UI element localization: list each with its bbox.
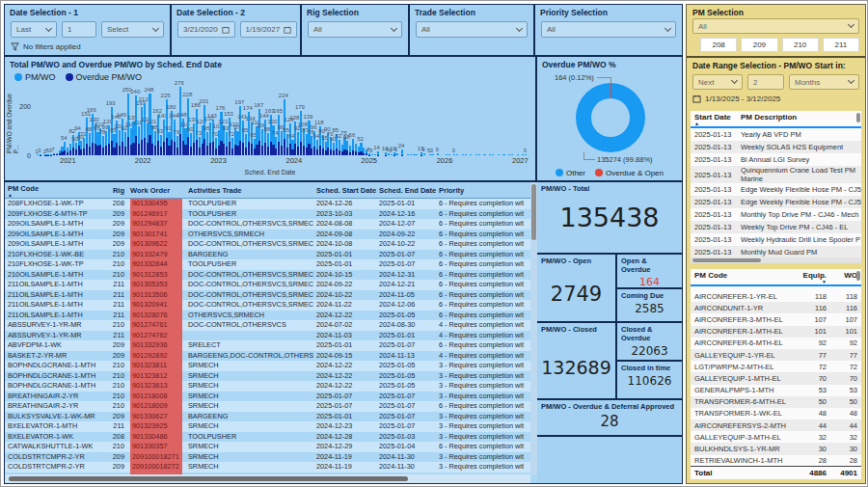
- bar-overdue[interactable]: [83, 149, 85, 155]
- list-item[interactable]: 2025-01-13Quinquennium Crane Load Test P…: [691, 166, 861, 183]
- bar-overdue[interactable]: [102, 148, 104, 155]
- bar[interactable]: [525, 154, 527, 155]
- bar[interactable]: [407, 154, 409, 155]
- donut-legend-overdue-open[interactable]: Overdue & Open: [595, 169, 664, 177]
- list-item[interactable]: GALLEYEQUIP-1-YR-EL7777: [691, 349, 861, 361]
- list-item[interactable]: TRANSFORMER-1-WK-EL4848: [691, 408, 861, 419]
- bar-overdue[interactable]: [294, 144, 296, 155]
- bar-overdue[interactable]: [363, 153, 365, 155]
- bar-overdue[interactable]: [206, 146, 208, 155]
- bar-overdue[interactable]: [322, 149, 324, 155]
- bar-overdue[interactable]: [291, 149, 293, 155]
- bar-overdue[interactable]: [144, 138, 146, 155]
- bar[interactable]: [511, 154, 513, 155]
- table-row[interactable]: 209OILSAMPLE-1-MTH209901301741OTHERSVCS,…: [5, 230, 537, 240]
- bar-overdue[interactable]: [343, 149, 345, 155]
- bar-overdue[interactable]: [138, 144, 140, 155]
- list-item[interactable]: AIRCONREFERSYS-2-MTH4444: [691, 419, 861, 431]
- bar[interactable]: [483, 154, 485, 155]
- bar-overdue[interactable]: [190, 147, 192, 155]
- bar[interactable]: [415, 154, 417, 155]
- bar-overdue[interactable]: [64, 150, 66, 155]
- bar-overdue[interactable]: [130, 145, 132, 155]
- bar[interactable]: [410, 154, 412, 155]
- range-unit-dropdown[interactable]: Months: [789, 74, 859, 90]
- bar[interactable]: [431, 154, 433, 155]
- table-vertical-scrollbar[interactable]: [530, 182, 537, 474]
- bar-overdue[interactable]: [174, 142, 176, 155]
- rig-button-211[interactable]: 211: [823, 38, 859, 52]
- bar-overdue[interactable]: [176, 148, 178, 155]
- bar[interactable]: [475, 154, 477, 155]
- rig-button-209[interactable]: 209: [741, 38, 777, 52]
- bar-overdue[interactable]: [236, 146, 238, 155]
- pm-description-header[interactable]: PM Description: [741, 113, 861, 125]
- bar-overdue[interactable]: [319, 146, 321, 155]
- bar-overdue[interactable]: [122, 142, 123, 155]
- table-row[interactable]: BREATHINGAIR-2-YR210901218008SRMECH2025-…: [5, 392, 537, 402]
- bar-overdue[interactable]: [78, 146, 80, 155]
- bar-overdue[interactable]: [69, 150, 71, 155]
- bar-overdue[interactable]: [96, 146, 98, 155]
- range-number-input[interactable]: 2: [747, 74, 784, 90]
- bar-overdue[interactable]: [242, 143, 244, 155]
- bar-overdue[interactable]: [289, 144, 291, 155]
- bar-overdue[interactable]: [160, 147, 162, 155]
- bar-chart-plot[interactable]: 0 200 1325375482509460701518816613095110…: [34, 86, 528, 155]
- donut-legend-other[interactable]: Other: [556, 169, 585, 177]
- bar[interactable]: [395, 153, 397, 155]
- scrollbar-thumb[interactable]: [856, 113, 860, 122]
- table-row[interactable]: BREATHINGAIR-2-YR210901218009SRMECH2025-…: [5, 401, 537, 412]
- bar[interactable]: [437, 153, 439, 155]
- bar-overdue[interactable]: [258, 141, 260, 155]
- table-row[interactable]: BULKSYSVALVE-1-WK-MR209901330627BARGEENG…: [5, 412, 537, 422]
- bar-overdue[interactable]: [53, 154, 55, 155]
- bar-overdue[interactable]: [264, 143, 266, 155]
- bar-overdue[interactable]: [187, 137, 189, 155]
- table-row[interactable]: CATWALKSHUTTLE-1-WK210901330357SRMECH202…: [5, 442, 537, 452]
- rig-button-210[interactable]: 210: [782, 38, 819, 52]
- bar-overdue[interactable]: [267, 147, 269, 155]
- bar-overdue[interactable]: [306, 148, 308, 155]
- list-item[interactable]: GENERALPMPS-1-MTH5353: [691, 385, 861, 396]
- bar-overdue[interactable]: [245, 148, 247, 155]
- bar-overdue[interactable]: [284, 139, 285, 155]
- bar-overdue[interactable]: [209, 143, 211, 155]
- bar-overdue[interactable]: [339, 150, 340, 155]
- bar-overdue[interactable]: [111, 141, 113, 155]
- table-row[interactable]: 211OILSAMPLE-1-MTH211901328076OTHERSVCS,…: [5, 311, 537, 321]
- column-header[interactable]: Rig: [98, 186, 127, 195]
- column-header[interactable]: PM Code▲: [5, 184, 98, 197]
- bar-overdue[interactable]: [119, 146, 121, 155]
- table-row[interactable]: ABSSURVEY-1-YR-MR2119012747622024-11-032…: [5, 331, 537, 341]
- bar-overdue[interactable]: [355, 151, 357, 155]
- bar-overdue[interactable]: [366, 153, 367, 155]
- bar-overdue[interactable]: [218, 146, 220, 155]
- bar-overdue[interactable]: [47, 155, 49, 156]
- date1-op-dropdown[interactable]: Last: [11, 21, 57, 38]
- bar-overdue[interactable]: [352, 150, 354, 155]
- bar-overdue[interactable]: [220, 141, 222, 155]
- table-row[interactable]: COLDSTRTCMPR-2-YR209209100018272SRMECH20…: [5, 462, 537, 473]
- list-item[interactable]: AIRCONREFER-1-YR-EL118118: [691, 290, 861, 302]
- bar-overdue[interactable]: [182, 141, 184, 155]
- bar-overdue[interactable]: [275, 149, 277, 155]
- table-row[interactable]: 208FLXHOSE-1-WK-TP208901330495TOOLPUSHER…: [5, 199, 537, 209]
- list-item[interactable]: GALLEYEQUIP-1-MTH-EL7070: [691, 372, 861, 384]
- bar-overdue[interactable]: [127, 137, 129, 155]
- bar-overdue[interactable]: [179, 134, 181, 155]
- table-row[interactable]: 209OILSAMPLE-1-MTH209901294837DOC-CONTRO…: [5, 219, 537, 230]
- bar-overdue[interactable]: [229, 142, 231, 155]
- bar[interactable]: [371, 154, 373, 155]
- bar[interactable]: [388, 153, 390, 155]
- bar-overdue[interactable]: [281, 146, 283, 155]
- list-item[interactable]: AIRCONREFER-6-MTH-EL9292: [691, 338, 861, 349]
- bar-overdue[interactable]: [360, 151, 362, 155]
- bar[interactable]: [522, 154, 524, 155]
- table-row[interactable]: BOPHNDLGCRANE-1-MTH210901323813SRMECH202…: [5, 381, 537, 392]
- donut-chart[interactable]: [576, 83, 645, 152]
- bar[interactable]: [391, 154, 393, 155]
- table-row[interactable]: 210OILSAMPLE-1-MTH210901312853DOC-CONTRO…: [5, 270, 537, 281]
- table-row[interactable]: 211OILSAMPLE-1-MTH211901320941DOC-CONTRO…: [5, 300, 537, 311]
- bar[interactable]: [492, 154, 494, 155]
